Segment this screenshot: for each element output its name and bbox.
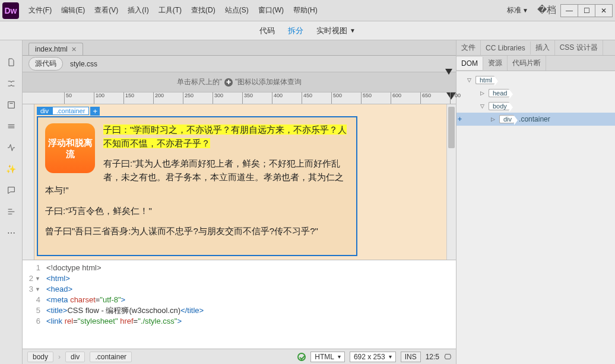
titlebar-right: 标准 ▼ �档 — ☐ ✕ [503, 4, 613, 17]
tab-cc-libraries[interactable]: CC Libraries [481, 41, 531, 55]
live-canvas[interactable]: div .container + 浮动和脱离流 子曰："学而时习之，不亦说乎？有… [34, 104, 446, 260]
close-button[interactable]: ✕ [595, 4, 613, 17]
preview-paragraph[interactable]: 曾子曰"吾日三省吾身:为人谋而不忠乎?与朋友交而不信乎?传不习乎?" [45, 225, 349, 238]
panel-tabs-top: 文件 CC Libraries 插入 CSS 设计器 [457, 40, 615, 56]
menu-find[interactable]: 查找(D) [188, 3, 219, 18]
document-tab-label: index.html [35, 45, 68, 53]
tab-snippets[interactable]: 代码片断 [508, 56, 546, 71]
code-line: <!doctype html> [46, 263, 102, 272]
doctype-select[interactable]: HTML▾ [310, 352, 345, 362]
chevron-down-icon: ▼ [350, 27, 356, 34]
dom-node-html[interactable]: ▽ html [457, 74, 615, 87]
element-selector-hud: div .container + [37, 106, 100, 116]
menu-tools[interactable]: 工具(T) [155, 3, 185, 18]
ruler-tick: 450 [302, 92, 312, 104]
menu-file[interactable]: 文件(F) [25, 3, 55, 18]
dom-node-head[interactable]: ▷ head [457, 87, 615, 100]
disclosure-triangle-icon[interactable]: ▽ [480, 103, 486, 109]
dom-tag-label: html [475, 76, 494, 84]
dom-panel: ▽ html ▷ head ▽ body + ▷ div .container [457, 71, 615, 364]
code-gutter: 1 2 ▼ 3 ▼ 4 5 6 [23, 260, 44, 349]
close-icon[interactable]: ✕ [71, 46, 77, 53]
minimize-button[interactable]: — [560, 4, 578, 17]
horizontal-ruler[interactable]: 5010015020025030035040045050055060065070… [23, 92, 456, 104]
menu-site[interactable]: 站点(S) [221, 3, 252, 18]
collapse-icon[interactable] [5, 120, 18, 133]
breadcrumb-div[interactable]: div [65, 352, 85, 362]
add-element-icon[interactable]: + [458, 115, 462, 123]
preview-container[interactable]: 浮动和脱离流 子曰："学而时习之，不亦说乎？有朋自远方来，不亦乐乎？人不知而不愠… [37, 116, 357, 256]
tab-css-designer[interactable]: CSS 设计器 [555, 40, 603, 55]
code-content[interactable]: <!doctype html> <html> <head> <meta char… [44, 260, 456, 349]
window-controls: — ☐ ✕ [561, 4, 613, 17]
ruler-tick: 300 [213, 92, 223, 104]
preview-float-box[interactable]: 浮动和脱离流 [45, 123, 95, 173]
document-tabs: index.html ✕ [23, 40, 456, 56]
preview-paragraph[interactable]: 子曰:"巧言令色，鲜矣仁！" [45, 205, 349, 218]
selected-class-name[interactable]: .container [52, 107, 89, 115]
inspect-icon[interactable]: ✨ [5, 162, 18, 175]
app-logo-text: Dw [5, 6, 17, 15]
dom-tag-label: div [499, 115, 514, 123]
comment-icon[interactable] [5, 184, 18, 197]
ruler-tick: 700 [450, 92, 461, 104]
workspace-label: 标准 [507, 5, 521, 15]
insert-mode-toggle[interactable]: INS [401, 352, 421, 362]
ruler-tick: 50 [64, 92, 72, 104]
disclosure-triangle-icon[interactable]: ▷ [480, 90, 486, 96]
ruler-tick: 250 [183, 92, 194, 104]
tab-files[interactable]: 文件 [457, 40, 481, 55]
view-live[interactable]: 实时视图 ▼ [315, 23, 357, 39]
dom-class-label: .container [519, 115, 550, 123]
document-area: index.html ✕ 源代码 style.css 单击标尺上的" ✚ "图标… [23, 40, 456, 364]
dom-tag-label: body [489, 102, 509, 110]
expand-code-icon[interactable] [5, 98, 18, 111]
preview-in-browser-icon[interactable]: 🖵 [444, 353, 451, 361]
dom-node-body[interactable]: ▽ body [457, 100, 615, 113]
chevron-down-icon: ▼ [522, 7, 528, 14]
file-icon[interactable] [5, 56, 18, 69]
menu-help[interactable]: 帮助(H) [290, 3, 321, 18]
media-query-hint: 单击标尺上的" ✚ "图标以添加媒体查询 [23, 72, 456, 92]
add-class-button[interactable]: + [90, 107, 100, 116]
cursor-position: 12:5 [426, 353, 439, 361]
more-tools-icon[interactable]: ⋯ [5, 226, 18, 240]
format-icon[interactable] [5, 205, 18, 218]
view-code[interactable]: 代码 [258, 23, 276, 39]
window-size-select[interactable]: 692 x 253▾ [350, 352, 396, 362]
menu-view[interactable]: 查看(V) [91, 3, 122, 18]
code-view[interactable]: 1 2 ▼ 3 ▼ 4 5 6 <!doctype html> <html> <… [23, 260, 456, 349]
breadcrumb-sep: › [58, 353, 61, 361]
breadcrumb-body[interactable]: body [27, 352, 53, 362]
view-split[interactable]: 拆分 [287, 23, 305, 39]
related-css-link[interactable]: style.css [70, 60, 97, 68]
vertical-scrollbar[interactable] [446, 104, 456, 260]
disclosure-triangle-icon[interactable]: ▷ [491, 116, 497, 122]
breadcrumb-class[interactable]: .container [90, 352, 132, 362]
sync-settings-icon[interactable]: �档 [537, 4, 556, 17]
tab-assets[interactable]: 资源 [483, 56, 508, 71]
tab-dom[interactable]: DOM [457, 57, 483, 70]
title-bar: Dw 文件(F) 编辑(E) 查看(V) 插入(I) 工具(T) 查找(D) 站… [0, 0, 615, 21]
menu-edit[interactable]: 编辑(E) [58, 3, 88, 18]
no-errors-icon[interactable] [297, 353, 306, 361]
disclosure-triangle-icon[interactable]: ▽ [467, 77, 473, 83]
ruler-tick: 650 [420, 92, 431, 104]
dom-node-div-container[interactable]: + ▷ div .container [457, 113, 615, 126]
manage-sites-icon[interactable] [5, 77, 18, 90]
main-area: ✨ ⋯ index.html ✕ 源代码 style.css 单击标尺上的" ✚… [0, 40, 615, 364]
design-view: div .container + 浮动和脱离流 子曰："学而时习之，不亦说乎？有… [23, 104, 456, 260]
maximize-button[interactable]: ☐ [578, 4, 595, 17]
source-code-button[interactable]: 源代码 [28, 57, 63, 71]
selected-tag-name[interactable]: div [37, 107, 52, 115]
document-tab[interactable]: index.html ✕ [28, 43, 83, 55]
menu-window[interactable]: 窗口(W) [255, 3, 287, 18]
scrollbar-thumb[interactable] [448, 107, 455, 148]
tab-insert[interactable]: 插入 [531, 40, 555, 55]
vertical-ruler[interactable] [23, 104, 34, 260]
menu-insert[interactable]: 插入(I) [124, 3, 152, 18]
related-files-bar: 源代码 style.css [23, 56, 456, 72]
live-code-icon[interactable] [5, 141, 18, 154]
ruler-tick: 200 [153, 92, 164, 104]
workspace-switcher[interactable]: 标准 ▼ [503, 4, 532, 17]
